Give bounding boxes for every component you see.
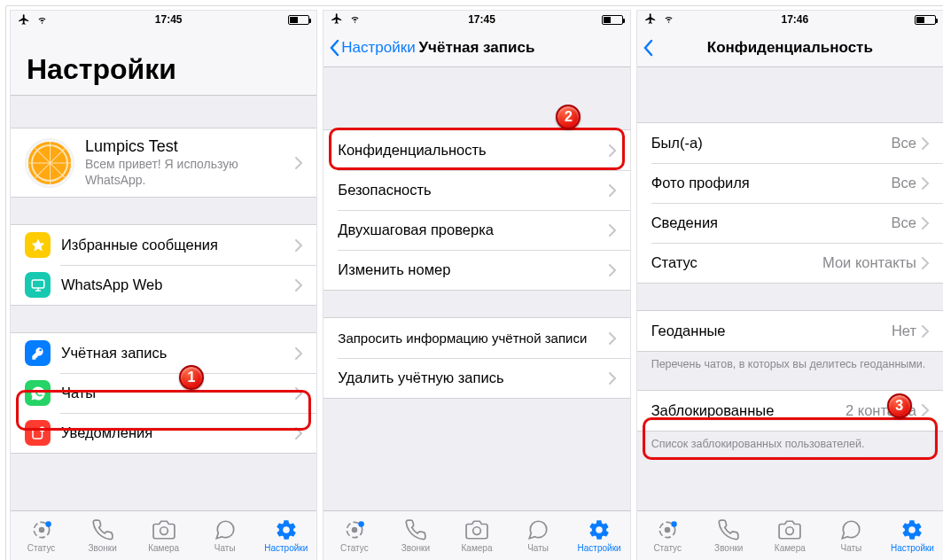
chevron-right-icon xyxy=(609,332,616,345)
chevron-right-icon xyxy=(609,184,616,197)
row-last-seen[interactable]: Был(-а) Все xyxy=(637,123,943,163)
svg-point-6 xyxy=(160,527,168,535)
key-icon xyxy=(25,340,51,366)
three-phone-tutorial: 17:45 Настройки Lumpics Test Всем привет… xyxy=(5,5,943,560)
airplane-icon xyxy=(331,12,343,27)
chevron-right-icon xyxy=(295,157,302,169)
row-privacy[interactable]: Конфиденциальность xyxy=(323,130,629,170)
row-delete-account[interactable]: Удалить учётную запись xyxy=(323,358,629,398)
chevron-right-icon xyxy=(295,387,302,400)
row-label: Чаты xyxy=(61,385,295,401)
avatar xyxy=(25,138,74,188)
chevron-right-icon xyxy=(295,239,302,252)
live-location-footer: Перечень чатов, в которых вы делитесь ге… xyxy=(637,352,943,372)
tab-calls[interactable]: Звонки xyxy=(72,511,133,560)
profile-name: Lumpics Test xyxy=(85,137,295,156)
row-profile-photo[interactable]: Фото профиля Все xyxy=(637,163,943,203)
ios-status-bar: 17:45 xyxy=(11,11,316,28)
row-notifications[interactable]: Уведомления xyxy=(11,413,316,453)
chevron-right-icon xyxy=(922,137,929,150)
profile-row[interactable]: Lumpics Test Всем привет! Я использую Wh… xyxy=(11,128,316,197)
tabbar: Статус Звонки Камера Чаты Настройки xyxy=(11,510,316,560)
tab-camera[interactable]: Камера xyxy=(446,511,507,560)
profile-status: Всем привет! Я использую WhatsApp. xyxy=(85,157,295,188)
tab-status[interactable]: Статус xyxy=(11,511,72,560)
airplane-icon xyxy=(644,12,657,27)
svg-rect-0 xyxy=(32,280,44,288)
wifi-icon xyxy=(348,13,362,27)
large-title-bar: Настройки xyxy=(11,28,316,96)
svg-point-4 xyxy=(38,527,44,533)
tabbar: Статус Звонки Камера Чаты Настройки xyxy=(323,510,629,560)
phone-2: 17:45 Настройки Учётная запись Конфиденц… xyxy=(323,10,630,560)
row-whatsapp-web[interactable]: WhatsApp Web xyxy=(11,265,316,305)
back-button[interactable] xyxy=(637,39,659,57)
blocked-footer: Список заблокированных пользователей. xyxy=(637,432,943,452)
chevron-right-icon xyxy=(609,372,616,385)
wifi-icon xyxy=(35,14,49,25)
row-live-location[interactable]: Геоданные Нет xyxy=(637,311,943,351)
svg-point-12 xyxy=(665,527,671,533)
tab-chats[interactable]: Чаты xyxy=(194,511,255,560)
svg-point-9 xyxy=(358,521,364,527)
clock: 17:46 xyxy=(781,13,808,26)
tab-chats[interactable]: Чаты xyxy=(821,511,882,560)
tab-calls[interactable]: Звонки xyxy=(698,511,760,560)
star-icon xyxy=(25,232,51,258)
monitor-icon xyxy=(25,272,51,298)
row-blocked[interactable]: Заблокированные 2 контакта xyxy=(637,391,943,431)
orange-avatar-icon xyxy=(28,142,71,184)
svg-point-14 xyxy=(786,527,794,535)
tab-settings[interactable]: Настройки xyxy=(255,511,316,560)
tab-status[interactable]: Статус xyxy=(637,511,698,560)
chevron-left-icon xyxy=(643,39,653,57)
svg-point-10 xyxy=(473,527,481,535)
tab-camera[interactable]: Камера xyxy=(133,511,194,560)
chevron-right-icon xyxy=(609,144,616,157)
back-label: Настройки xyxy=(341,39,415,57)
chevron-right-icon xyxy=(609,264,616,276)
row-label: Учётная запись xyxy=(61,345,295,362)
back-button[interactable]: Настройки xyxy=(323,39,420,57)
ios-status-bar: 17:45 xyxy=(323,11,629,28)
whatsapp-icon xyxy=(25,380,51,406)
battery-icon xyxy=(602,15,623,25)
row-twostep[interactable]: Двухшаговая проверка xyxy=(323,210,629,250)
chevron-right-icon xyxy=(295,427,302,439)
app-badge-icon xyxy=(25,420,51,446)
row-starred[interactable]: Избранные сообщения xyxy=(11,225,316,265)
svg-point-5 xyxy=(45,521,51,527)
page-title: Конфиденциальность xyxy=(637,39,943,57)
chevron-left-icon xyxy=(329,39,339,57)
page-title: Настройки xyxy=(27,53,300,86)
row-label: Избранные сообщения xyxy=(61,237,295,253)
chevron-right-icon xyxy=(295,279,302,292)
tab-settings[interactable]: Настройки xyxy=(882,511,943,560)
svg-point-8 xyxy=(352,527,358,533)
airplane-icon xyxy=(18,13,30,26)
chevron-right-icon xyxy=(922,325,929,338)
wifi-icon xyxy=(662,13,675,27)
row-status-privacy[interactable]: Статус Мои контакты xyxy=(637,243,943,283)
tab-camera[interactable]: Камера xyxy=(760,511,821,560)
chevron-right-icon xyxy=(922,177,929,190)
clock: 17:45 xyxy=(468,13,495,26)
chevron-right-icon xyxy=(922,257,929,269)
tab-calls[interactable]: Звонки xyxy=(385,511,446,560)
row-about[interactable]: Сведения Все xyxy=(637,203,943,243)
row-change-number[interactable]: Изменить номер xyxy=(323,250,629,290)
row-chats[interactable]: Чаты xyxy=(11,373,316,413)
tab-settings[interactable]: Настройки xyxy=(569,511,630,560)
tab-chats[interactable]: Чаты xyxy=(508,511,569,560)
navbar: Настройки Учётная запись xyxy=(323,28,629,67)
tabbar: Статус Звонки Камера Чаты Настройки xyxy=(637,510,943,560)
svg-point-2 xyxy=(39,426,44,432)
battery-icon xyxy=(288,15,309,25)
chevron-right-icon xyxy=(295,347,302,360)
row-account[interactable]: Учётная запись xyxy=(11,333,316,373)
tab-status[interactable]: Статус xyxy=(323,511,385,560)
navbar: Конфиденциальность xyxy=(637,28,943,67)
row-request-info[interactable]: Запросить информацию учётной записи xyxy=(323,318,629,358)
row-security[interactable]: Безопасность xyxy=(323,170,629,210)
phone-3: 17:46 Конфиденциальность Был(-а) Все Фот… xyxy=(636,10,943,560)
